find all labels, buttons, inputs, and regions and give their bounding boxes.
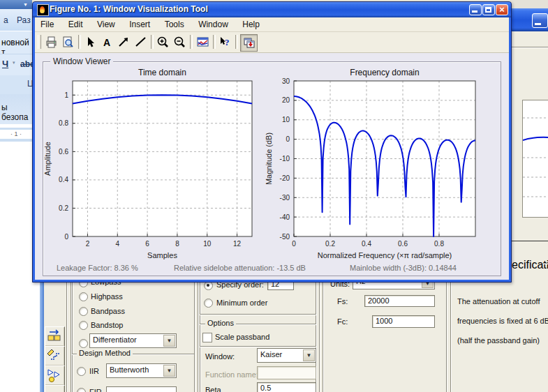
iir-method-value: Butterworth: [110, 365, 149, 374]
pointer-tool-button[interactable]: [82, 34, 98, 50]
svg-text:Normalized Frequency (×π rad/: Normalized Frequency (×π rad/sample): [318, 251, 452, 259]
menu-file[interactable]: File: [35, 17, 59, 31]
svg-text:Magnitude (dB): Magnitude (dB): [265, 133, 273, 185]
svg-text:0.2: 0.2: [325, 240, 335, 248]
underline-dropdown-icon[interactable]: ▾: [13, 60, 15, 66]
fc-field[interactable]: 1000: [372, 315, 435, 328]
word-ruler[interactable]: · 1 ·: [0, 128, 32, 142]
radio-selected-dot: [207, 284, 209, 287]
radio-minimum-order[interactable]: [204, 299, 213, 308]
window-combo[interactable]: Kaiser ▼: [257, 348, 316, 363]
fir-method-combo[interactable]: [106, 386, 177, 392]
window-label: Window:: [205, 352, 235, 361]
toolbar-separator: [190, 35, 193, 49]
dropdown-arrow-icon[interactable]: ▼: [303, 349, 315, 361]
sidebar-pole-zero-editor-button[interactable]: [45, 346, 65, 366]
group-label-fragment: ecifications: [512, 259, 548, 271]
column-divider: [450, 280, 451, 392]
svg-text:1: 1: [64, 91, 68, 99]
minimize-button[interactable]: [532, 13, 548, 28]
word-titlebar-fragment: ▼: [0, 0, 32, 9]
ruler-scale: · 1 ·: [0, 130, 32, 139]
ribbon-tab-fragment[interactable]: а: [3, 15, 8, 25]
fs-field[interactable]: 20000: [364, 295, 435, 307]
menu-edit[interactable]: Edit: [63, 17, 89, 31]
zoom-in-button[interactable]: [155, 34, 171, 50]
print-button[interactable]: [43, 34, 59, 50]
fs-label: Fs:: [337, 297, 348, 306]
toolbar-grip[interactable]: [38, 35, 41, 49]
iir-method-combo[interactable]: Butterworth ▼: [106, 363, 177, 378]
svg-text:0.6: 0.6: [59, 148, 68, 156]
maximize-icon: [485, 7, 491, 13]
dropdown-arrow-icon[interactable]: ▼: [163, 335, 175, 347]
beta-field[interactable]: 0.5: [257, 382, 316, 392]
menu-help[interactable]: Help: [237, 17, 265, 31]
radio-bandstop[interactable]: [79, 321, 88, 330]
radio-bandpass-label: Bandpass: [91, 307, 125, 315]
scale-passband-checkbox[interactable]: [202, 333, 212, 342]
arrow-tool-button[interactable]: [116, 34, 132, 50]
svg-text:0.4: 0.4: [362, 240, 371, 248]
design-method-group-label: Design Method: [77, 349, 133, 357]
filter-order-group-bottom: [200, 314, 316, 315]
screen: ▼ а Раз новной т Ч ▾ abe Ц ы безопа · 1 …: [0, 0, 548, 392]
note-line: The attenuation at cutoff: [457, 297, 540, 306]
menu-tools[interactable]: Tools: [159, 17, 190, 31]
mainlobe-width-status: Mainlobe width (-3dB): 0.14844: [350, 264, 457, 272]
radio-bandpass[interactable]: [79, 307, 88, 316]
svg-text:-10: -10: [280, 155, 290, 163]
maximize-button[interactable]: [482, 4, 495, 15]
svg-text:?: ?: [225, 37, 230, 47]
menu-view[interactable]: View: [91, 17, 121, 31]
minimize-icon: [535, 23, 541, 25]
window-value: Kaiser: [260, 350, 282, 359]
toolbar-separator: [78, 35, 81, 49]
print-preview-button[interactable]: [60, 34, 76, 50]
svg-text:-20: -20: [280, 174, 290, 182]
function-name-field: [257, 366, 316, 379]
svg-text:10: 10: [282, 116, 290, 123]
figure-canvas: Window Viewer 2468101200.20.40.60.81Time…: [35, 53, 509, 280]
radio-iir[interactable]: [77, 367, 86, 376]
beta-label: Beta: [205, 386, 221, 392]
svg-text:-40: -40: [280, 213, 290, 221]
zoom-out-button[interactable]: [172, 34, 188, 50]
radio-fir[interactable]: [77, 388, 86, 392]
ribbon-tab-razmetka[interactable]: Раз: [17, 15, 31, 25]
toolbar-separator: [213, 35, 216, 49]
special-response-combo[interactable]: Differentiator ▼: [89, 333, 177, 348]
toolbar-separator: [151, 35, 154, 49]
svg-text:-30: -30: [280, 194, 290, 202]
figure-titlebar[interactable]: Figure No. 1: Window Visualization Tool …: [33, 2, 511, 17]
text-tool-button[interactable]: A: [99, 34, 115, 50]
heading-text-fragment: ы безопа: [1, 103, 32, 122]
link-to-fdatool-button[interactable]: [240, 34, 258, 52]
underline-button[interactable]: Ч: [2, 59, 8, 69]
svg-text:0.6: 0.6: [398, 240, 408, 248]
line-tool-button[interactable]: [133, 34, 149, 50]
sidebar-button-clipped[interactable]: [45, 385, 65, 392]
toolbar-separator: [235, 35, 238, 49]
panel-border: [66, 280, 67, 392]
function-name-label: Function name:: [205, 370, 258, 379]
display-region-border: [510, 241, 548, 241]
menu-insert[interactable]: Insert: [124, 17, 156, 31]
sidebar-transform-filter-button[interactable]: [45, 326, 65, 347]
minimize-button[interactable]: [469, 4, 482, 15]
svg-text:0.8: 0.8: [59, 119, 68, 127]
radio-highpass[interactable]: [79, 292, 88, 301]
sidebar-realize-model-button[interactable]: [45, 365, 65, 386]
menu-window[interactable]: Window: [193, 17, 234, 31]
sidelobe-attenuation-status: Relative sidelobe attenuation: -13.5 dB: [174, 264, 306, 272]
radio-special-response[interactable]: [79, 339, 88, 348]
radio-highpass-label: Highpass: [91, 292, 123, 301]
context-help-button[interactable]: ?: [217, 34, 233, 50]
matlab-figure-icon: [37, 4, 49, 16]
dropdown-arrow-icon[interactable]: ▼: [163, 365, 175, 377]
close-button[interactable]: ×: [496, 4, 508, 15]
window-parameters-button[interactable]: [195, 34, 211, 50]
svg-text:Samples: Samples: [147, 251, 177, 259]
background-band: [510, 0, 548, 8]
quick-access-chevron-icon[interactable]: ▼: [23, 2, 28, 7]
